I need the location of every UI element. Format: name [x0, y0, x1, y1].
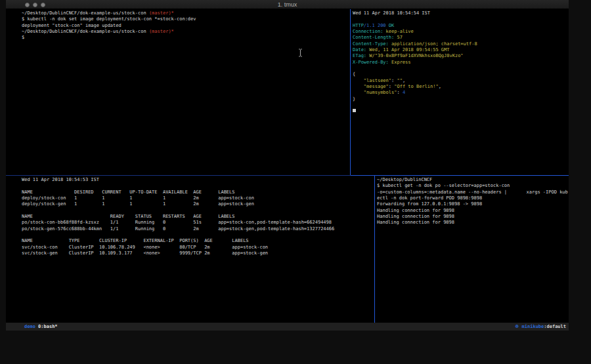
terminal-text: NAME READY STATUS RESTARTS AGE LABELS [22, 214, 235, 219]
pane-divider-horizontal-left[interactable] [6, 175, 351, 176]
terminal-text: } [353, 96, 355, 102]
terminal-line: Handling connection for 9898 [377, 214, 569, 220]
terminal-text: $ kubectl -n dok set image deployment/st… [22, 16, 196, 22]
terminal-text: Wed 11 Apr 2018 10:54:53 IST [22, 177, 99, 182]
terminal-line [353, 66, 569, 71]
terminal-line: Wed 11 Apr 2018 10:54:53 IST [22, 177, 374, 183]
pane-divider-horizontal-right[interactable] [351, 175, 569, 176]
terminal-text: Content-Length: [353, 35, 394, 40]
terminal-text: ectl -n dok port-forward POD 9898:9898 [377, 195, 482, 201]
terminal-text: "lastseen" [353, 78, 391, 83]
terminal-text: 57 [394, 35, 403, 40]
text-cursor-pointer [297, 47, 303, 60]
terminal-text: -o=custom-columns=:metadata.name --no-he… [377, 190, 568, 195]
terminal-line: "lastseen": "", [353, 78, 569, 84]
terminal-text: po/stock-con-bb68f88fd-kzsxz 1/1 Running… [22, 220, 332, 225]
terminal-line: $ kubectl -n dok set image deployment/st… [22, 16, 350, 22]
terminal-line: Date: Wed, 11 Apr 2018 09:54:55 GMT [353, 47, 569, 53]
terminal-line: Wed 11 Apr 2018 10:54:54 IST [353, 10, 569, 16]
terminal-text: : [389, 84, 394, 89]
terminal-text: Express [389, 60, 411, 65]
terminal-line [22, 208, 374, 214]
terminal-line: "numsymbols": 4 [353, 90, 569, 96]
tmux-session-name: demo [24, 324, 35, 329]
terminal-text: deploy/stock-gen 1 1 1 1 2m app=stock-ge… [22, 201, 254, 207]
window-titlebar[interactable]: 1. tmux [6, 0, 569, 9]
terminal-line: NAME DESIRED CURRENT UP-TO-DATE AVAILABL… [22, 190, 374, 195]
terminal-text: ~/Desktop/DublinCNCF/dok-example-us/stoc… [22, 29, 149, 34]
terminal-text: Wed, 11 Apr 2018 09:54:55 GMT [366, 47, 449, 52]
terminal-text: { [353, 71, 355, 77]
terminal-line: Content-Type: application/json; charset=… [353, 41, 569, 47]
terminal-text: svc/stock-con ClusterIP 10.106.78.249 <n… [22, 245, 268, 250]
terminal-line: { [353, 71, 569, 77]
terminal-line: po/stock-gen-576cc688bb-44kmn 1/1 Runnin… [22, 226, 374, 232]
terminal-text: po/stock-gen-576cc688bb-44kmn 1/1 Runnin… [22, 226, 334, 232]
terminal-text: keep-alive [383, 29, 413, 34]
kube-namespace: :default [544, 324, 566, 329]
terminal-text: , [439, 84, 441, 89]
terminal-line [22, 183, 374, 189]
terminal-text: HTTP [353, 23, 364, 28]
terminal-line [353, 102, 569, 108]
terminal-text: NAME DESIRED CURRENT UP-TO-DATE AVAILABL… [22, 190, 235, 195]
terminal-text: Connection: [353, 29, 383, 34]
terminal-line: "message": "Off to Berlin!", [353, 84, 569, 90]
terminal-line: svc/stock-con ClusterIP 10.106.78.249 <n… [22, 245, 374, 251]
terminal-text: NAME TYPE CLUSTER-IP EXTERNAL-IP PORT(S)… [22, 238, 249, 243]
terminal-text: $ [22, 35, 24, 40]
kube-context: minikube [519, 324, 544, 329]
terminal-line: Forwarding from 127.0.0.1:9898 -> 9898 [377, 201, 569, 207]
terminal-line [353, 16, 569, 22]
terminal-line: } [353, 96, 569, 102]
pane-divider-vertical-bottom[interactable] [374, 176, 375, 323]
tmux-status-bar: demo 0:bash* ☸ minikube:default [6, 323, 569, 331]
terminal-text: Date: [353, 47, 366, 52]
terminal-line: HTTP/1.1 200 OK [353, 23, 569, 29]
terminal-text: , [403, 78, 405, 83]
block-cursor [353, 109, 356, 112]
terminal-pane-bottom-left[interactable]: Wed 11 Apr 2018 10:54:53 ISTNAME DESIRED… [6, 176, 374, 323]
terminal-line: svc/stock-gen ClusterIP 10.109.3.177 <no… [22, 251, 374, 256]
terminal-text: Content-Type: [353, 41, 389, 47]
terminal-line: Content-Length: 57 [353, 35, 569, 41]
terminal-line: deploy/stock-con 1 1 1 1 2m app=stock-co… [22, 195, 374, 201]
terminal-line: NAME READY STATUS RESTARTS AGE LABELS [22, 214, 374, 220]
terminal-text: X-Powered-By: [353, 60, 389, 65]
terminal-line: $ kubectl get -n dok po --selector=app=s… [377, 183, 569, 189]
terminal-text: ETag: [353, 53, 366, 58]
terminal-line: po/stock-con-bb68f88fd-kzsxz 1/1 Running… [22, 220, 374, 226]
terminal-text: application/json; charset=utf-8 [389, 41, 477, 47]
terminal-line: ectl -n dok port-forward POD 9898:9898 [377, 195, 569, 201]
terminal-pane-top-left[interactable]: ~/Desktop/DublinCNCF/dok-example-us/stoc… [6, 9, 350, 175]
terminal-line: -o=custom-columns=:metadata.name --no-he… [377, 190, 569, 195]
terminal-pane-top-right[interactable]: Wed 11 Apr 2018 10:54:54 ISTHTTP/1.1 200… [351, 9, 569, 175]
terminal-line: Handling connection for 9898 [377, 220, 569, 226]
terminal-line: Handling connection for 9898 [377, 208, 569, 214]
terminal-text: ~/Desktop/DublinCNCF/dok-example-us/stoc… [22, 10, 149, 16]
terminal-text: "Off to Berlin!" [394, 84, 438, 89]
terminal-text: Handling connection for 9898 [377, 208, 454, 213]
terminal-text: "message" [353, 84, 389, 89]
terminal-text: deploy/stock-con 1 1 1 1 2m app=stock-co… [22, 195, 254, 201]
terminal-line: ETag: W/"39-0xBPf9aF1dXVNkhsxoBQgJ8vKzo" [353, 53, 569, 59]
terminal-pane-bottom-right[interactable]: ~/Desktop/DublinCNCF$ kubectl get -n dok… [375, 176, 569, 323]
terminal-text: OK [389, 23, 394, 28]
terminal-window: 1. tmux ~/Desktop/DublinCNCF/dok-example… [6, 0, 569, 331]
terminal-text: "numsymbols" [353, 90, 397, 95]
terminal-text: : [397, 90, 402, 95]
terminal-line: X-Powered-By: Express [353, 60, 569, 66]
terminal-text: Forwarding from 127.0.0.1:9898 -> 9898 [377, 201, 482, 207]
terminal-text: W/"39-0xBPf9aF1dXVNkhsxoBQgJ8vKzo" [366, 53, 464, 58]
terminal-text: Handling connection for 9898 [377, 214, 454, 219]
terminal-line: ~/Desktop/DublinCNCF [377, 177, 569, 183]
terminal-text: /1.1 200 [364, 23, 389, 28]
terminal-text: Handling connection for 9898 [377, 220, 454, 225]
terminal-line: deploy/stock-gen 1 1 1 1 2m app=stock-ge… [22, 201, 374, 207]
pane-divider-vertical-top[interactable] [350, 9, 351, 175]
terminal-line: ~/Desktop/DublinCNCF/dok-example-us/stoc… [22, 29, 350, 35]
terminal-line: ~/Desktop/DublinCNCF/dok-example-us/stoc… [22, 10, 350, 16]
window-title: 1. tmux [6, 1, 569, 9]
terminal-text: (master)* [149, 29, 174, 34]
tmux-window-tab[interactable]: 0:bash* [35, 324, 58, 329]
